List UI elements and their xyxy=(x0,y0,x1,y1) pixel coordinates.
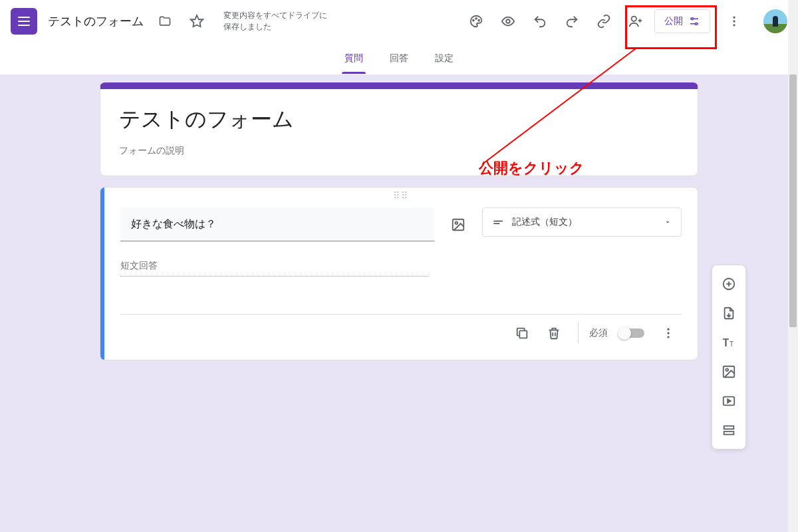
svg-point-16 xyxy=(455,221,458,224)
publish-label: 公開 xyxy=(664,15,683,27)
svg-point-2 xyxy=(475,18,477,19)
add-question-button[interactable] xyxy=(716,271,742,297)
import-questions-button[interactable] xyxy=(716,300,742,327)
add-image-icon[interactable] xyxy=(445,211,471,238)
add-video-button[interactable] xyxy=(716,388,742,414)
share-person-icon[interactable] xyxy=(622,8,649,35)
question-card[interactable]: ⠿⠿ 記述式（短文） 短文回答 xyxy=(100,187,698,360)
delete-button[interactable] xyxy=(541,320,567,346)
short-text-icon xyxy=(492,216,504,228)
preview-icon[interactable] xyxy=(495,8,521,35)
save-status: 変更内容をすべてドライブに 保存しました xyxy=(223,10,327,33)
scrollbar-thumb[interactable] xyxy=(789,74,797,327)
more-vert-icon[interactable] xyxy=(721,8,747,35)
form-canvas: テストのフォーム フォームの説明 ⠿⠿ 記述式（短文） 短文回答 xyxy=(0,74,798,532)
save-status-line: 変更内容をすべてドライブに xyxy=(223,10,327,21)
svg-rect-18 xyxy=(493,223,499,225)
redo-icon[interactable] xyxy=(559,8,585,35)
form-description[interactable]: フォームの説明 xyxy=(119,145,679,157)
svg-point-22 xyxy=(667,336,669,338)
svg-rect-17 xyxy=(493,221,503,222)
question-footer: 必須 xyxy=(120,314,682,354)
required-toggle[interactable] xyxy=(620,329,644,338)
title-card[interactable]: テストのフォーム フォームの説明 xyxy=(100,82,698,176)
svg-point-20 xyxy=(667,329,669,331)
forms-logo[interactable] xyxy=(11,8,37,35)
scrollbar-track[interactable] xyxy=(788,0,798,532)
save-status-line: 保存しました xyxy=(223,21,327,33)
drag-handle-icon[interactable]: ⠿⠿ xyxy=(120,193,682,203)
svg-point-13 xyxy=(733,20,735,22)
tune-icon xyxy=(688,15,700,27)
svg-rect-19 xyxy=(519,331,527,338)
svg-point-21 xyxy=(667,332,669,334)
tab-responses[interactable]: 回答 xyxy=(387,43,411,74)
header-bar: テストのフォーム 変更内容をすべてドライブに 保存しました 公開 xyxy=(0,0,798,43)
form-title-input[interactable]: テストのフォーム xyxy=(48,13,144,29)
question-more-icon[interactable] xyxy=(655,320,682,346)
svg-rect-33 xyxy=(724,432,734,435)
add-image-button[interactable] xyxy=(716,358,742,385)
svg-text:T: T xyxy=(730,340,733,348)
divider xyxy=(578,323,579,344)
account-avatar[interactable] xyxy=(763,9,787,33)
svg-point-29 xyxy=(726,368,728,371)
svg-marker-31 xyxy=(728,399,731,403)
svg-point-12 xyxy=(733,17,735,19)
required-label: 必須 xyxy=(589,327,608,339)
svg-point-10 xyxy=(692,18,694,20)
side-toolbar: TT xyxy=(712,265,746,450)
svg-text:T: T xyxy=(723,337,730,348)
palette-icon[interactable] xyxy=(463,8,489,35)
add-title-button[interactable]: TT xyxy=(716,329,742,356)
tab-questions[interactable]: 質問 xyxy=(342,43,366,74)
publish-button[interactable]: 公開 xyxy=(654,9,710,33)
svg-point-4 xyxy=(506,19,510,23)
star-icon[interactable] xyxy=(184,8,210,35)
link-icon[interactable] xyxy=(591,8,617,35)
arrow-drop-down-icon xyxy=(664,218,672,226)
svg-point-3 xyxy=(478,20,479,21)
svg-point-5 xyxy=(632,17,636,21)
folder-icon[interactable] xyxy=(152,8,178,35)
tab-settings[interactable]: 設定 xyxy=(432,43,456,74)
svg-rect-32 xyxy=(724,426,734,430)
question-text-input[interactable] xyxy=(120,207,434,241)
add-section-button[interactable] xyxy=(716,417,742,444)
undo-icon[interactable] xyxy=(527,8,553,35)
question-type-select[interactable]: 記述式（短文） xyxy=(482,207,682,237)
form-heading[interactable]: テストのフォーム xyxy=(119,105,679,134)
question-type-label: 記述式（短文） xyxy=(512,216,577,228)
svg-point-14 xyxy=(733,24,735,26)
svg-point-11 xyxy=(696,23,698,25)
answer-placeholder: 短文回答 xyxy=(120,260,429,277)
duplicate-button[interactable] xyxy=(509,320,535,346)
tabs-bar: 質問 回答 設定 xyxy=(0,43,798,74)
svg-marker-0 xyxy=(191,15,203,27)
svg-point-1 xyxy=(473,20,474,21)
